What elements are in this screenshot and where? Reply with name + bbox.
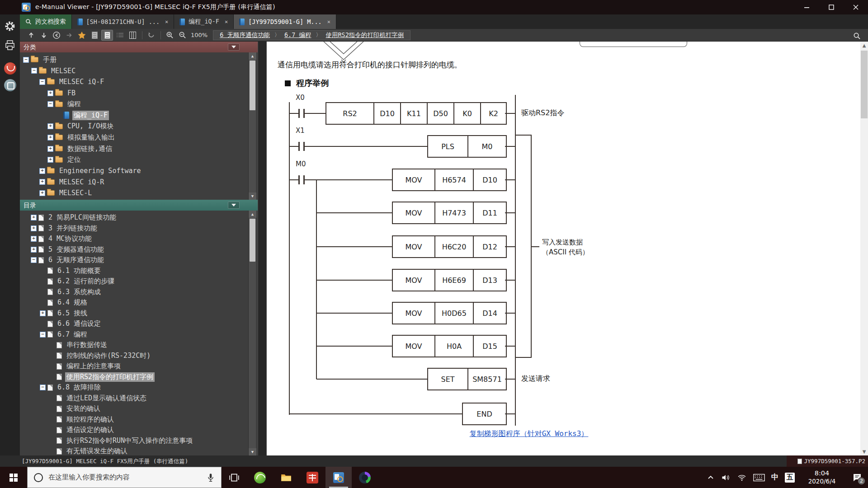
tree-item[interactable]: 使用RS2指令的打印机打字例 <box>20 372 248 383</box>
tree-item[interactable]: 顺控程序的确认 <box>20 414 248 425</box>
tree-item[interactable]: 通信设定的确认 <box>20 425 248 436</box>
scroll-thumb[interactable] <box>250 219 255 262</box>
ime-language-indicator[interactable]: 中 <box>771 473 778 482</box>
tree-item[interactable]: 编程_iQ-F <box>20 110 248 121</box>
scroll-up-icon[interactable]: ▲ <box>860 42 868 49</box>
tree-item[interactable]: +数据链接,通信 <box>20 143 248 155</box>
tree-item[interactable]: +3 并列链接功能 <box>20 223 248 234</box>
settings-gear-icon[interactable] <box>5 21 15 32</box>
taskbar-search-input[interactable]: 在这里输入你要搜索的内容 <box>27 467 222 488</box>
tree-item[interactable]: −MELSEC <box>20 66 248 77</box>
ime-mode-indicator[interactable]: 五 <box>785 473 795 483</box>
tree-item[interactable]: 编程上的注意事项 <box>20 361 248 372</box>
single-page-view-icon[interactable] <box>89 30 100 41</box>
expander-icon[interactable]: − <box>40 332 46 338</box>
expander-icon[interactable]: + <box>47 123 53 129</box>
minimize-button[interactable] <box>795 0 819 14</box>
expander-icon[interactable]: + <box>31 236 37 242</box>
action-center-button[interactable]: 2 <box>846 467 868 488</box>
maximize-button[interactable] <box>819 0 844 14</box>
expander-icon[interactable]: + <box>40 310 46 316</box>
taskbar-app-red[interactable] <box>299 467 326 488</box>
scroll-thumb[interactable] <box>250 61 255 110</box>
tree-item[interactable]: −6.8 故障排除 <box>20 382 248 393</box>
tree-item[interactable]: 有无错误发生的确认 <box>20 446 248 455</box>
taskbar-clock[interactable]: 8:04 2020/6/4 <box>801 469 843 485</box>
tree-item[interactable]: +Engineering Software <box>20 165 248 177</box>
page-up-icon[interactable] <box>25 30 37 41</box>
breadcrumb-link[interactable]: 6.7 编程 <box>284 31 311 39</box>
scroll-thumb[interactable] <box>861 51 868 118</box>
wifi-icon[interactable] <box>737 473 747 482</box>
task-view-button[interactable] <box>222 467 247 488</box>
tree-item[interactable]: 6.6 通信设定 <box>20 319 248 329</box>
taskbar-app-file-explorer[interactable] <box>273 467 299 488</box>
expander-icon[interactable]: + <box>31 215 37 221</box>
category-collapse-icon[interactable] <box>228 43 240 51</box>
refresh-icon[interactable] <box>145 30 157 41</box>
taskbar-app-emanual[interactable] <box>326 467 352 488</box>
split-view-icon[interactable] <box>127 30 138 41</box>
breadcrumb-link[interactable]: 6 无顺序通信功能 <box>220 31 270 39</box>
tree-item[interactable]: +4 MC协议功能 <box>20 234 248 244</box>
sidebar-splitter[interactable] <box>258 42 267 455</box>
expander-icon[interactable]: + <box>39 190 45 196</box>
forward-icon[interactable] <box>63 30 75 41</box>
tree-item[interactable]: +6.5 接线 <box>20 308 248 319</box>
taskbar-app-browser[interactable] <box>247 467 273 488</box>
expander-icon[interactable]: + <box>39 168 45 174</box>
tab-3[interactable]: [JY997D59001-G] M...✕ <box>234 14 336 29</box>
tree-item[interactable]: +模拟量输入输出 <box>20 132 248 143</box>
tree-item[interactable]: −6.7 编程 <box>20 329 248 340</box>
tab-1[interactable]: [SH-081271CHN-U] ...✕ <box>72 14 175 29</box>
microphone-icon[interactable] <box>206 472 216 483</box>
tree-item[interactable]: 控制线的动作(RS-232C时) <box>20 351 248 361</box>
scroll-up-icon[interactable]: ▲ <box>249 52 256 60</box>
tab-close-icon[interactable]: ✕ <box>165 19 168 25</box>
start-button[interactable] <box>0 467 27 488</box>
back-icon[interactable] <box>51 30 62 41</box>
toc-scrollbar[interactable]: ▲ ▼ <box>248 211 256 455</box>
outline-list-icon[interactable] <box>114 30 126 41</box>
tree-item[interactable]: 串行数据传送 <box>20 340 248 351</box>
tree-item[interactable]: 安装的确认 <box>20 404 248 414</box>
tray-chevron-up-icon[interactable] <box>707 474 714 481</box>
expander-icon[interactable]: − <box>31 257 37 263</box>
expander-icon[interactable]: − <box>39 79 45 85</box>
expander-icon[interactable]: − <box>47 101 53 107</box>
tree-item[interactable]: +MELSEC iQ-R <box>20 177 248 188</box>
category-scrollbar[interactable]: ▲ ▼ <box>248 52 256 200</box>
printer-icon[interactable] <box>5 40 15 51</box>
toolbar-search-icon[interactable] <box>851 30 863 41</box>
expander-icon[interactable]: − <box>40 385 46 390</box>
tree-item[interactable]: 6.2 运行前的步骤 <box>20 276 248 287</box>
expander-icon[interactable]: + <box>31 247 37 253</box>
favorite-star-icon[interactable] <box>76 30 88 41</box>
scroll-down-icon[interactable]: ▼ <box>249 192 256 200</box>
tree-item[interactable]: +5 变频器通信功能 <box>20 244 248 255</box>
tree-item[interactable]: +2 简易PLC间链接功能 <box>20 212 248 223</box>
volume-icon[interactable] <box>721 473 731 482</box>
scroll-down-icon[interactable]: ▼ <box>860 448 868 455</box>
copy-ladder-program-link[interactable]: 复制梯形图程序（针对GX Works3） <box>393 429 665 439</box>
tab-2[interactable]: 编程_iQ-F✕ <box>174 14 234 29</box>
content-scrollbar[interactable]: ▲ ▼ <box>860 42 868 455</box>
tree-item[interactable]: 通过LED显示确认通信状态 <box>20 393 248 404</box>
gray-app-badge-icon[interactable] <box>4 79 16 91</box>
zoom-out-icon[interactable] <box>176 30 188 41</box>
expander-icon[interactable]: + <box>47 90 53 96</box>
expander-icon[interactable]: + <box>47 135 53 141</box>
taskbar-app-media[interactable] <box>352 467 378 488</box>
tree-item[interactable]: 6.3 系统构成 <box>20 287 248 298</box>
expander-icon[interactable]: + <box>47 157 53 163</box>
tree-item[interactable]: +MELSEC-L <box>20 188 248 199</box>
tree-item[interactable]: +定位 <box>20 154 248 165</box>
tree-item[interactable]: 6.1 功能概要 <box>20 266 248 277</box>
expander-icon[interactable]: + <box>39 179 45 185</box>
tab-0[interactable]: 跨文档搜索 <box>20 14 72 29</box>
scroll-up-icon[interactable]: ▲ <box>249 211 256 218</box>
touch-keyboard-icon[interactable] <box>753 473 765 482</box>
breadcrumb-link[interactable]: 使用RS2指令的打印机打字例 <box>326 31 404 39</box>
tree-item[interactable]: 6.4 规格 <box>20 297 248 308</box>
tab-close-icon[interactable]: ✕ <box>225 19 228 25</box>
